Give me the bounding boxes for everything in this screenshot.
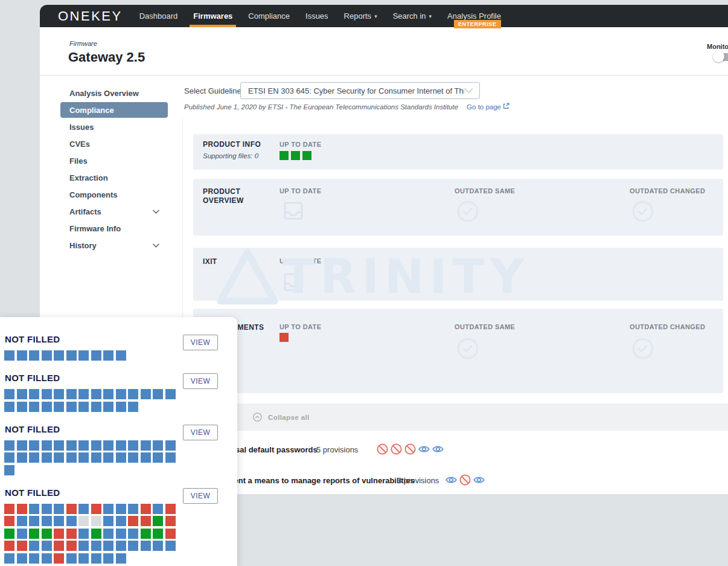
provision-square: [66, 504, 77, 514]
provision-status-icons: [445, 474, 485, 486]
provision-square: [91, 389, 101, 399]
provision-square: [91, 350, 101, 361]
column-label: OUTDATED CHANGED: [630, 187, 705, 195]
provision-square: [141, 452, 151, 463]
provision-row[interactable]: No universal default passwords 5 provisi…: [183, 431, 728, 466]
nav-item-reports[interactable]: Reports▾: [344, 5, 377, 27]
provision-square: [116, 440, 126, 451]
provision-square: [42, 553, 52, 564]
provision-square: [17, 389, 27, 399]
sidebar-item-compliance[interactable]: Compliance: [60, 102, 168, 118]
collapse-all-button[interactable]: Collapse all: [183, 404, 728, 431]
provision-square: [103, 440, 113, 451]
sidebar-item-cves[interactable]: CVEs: [60, 135, 168, 152]
provision-square: [128, 529, 138, 539]
go-to-page-label: Go to page: [467, 103, 501, 111]
provision-square: [78, 504, 89, 514]
not-filled-popup: NOT FILLEDVIEWNOT FILLEDVIEWNOT FILLEDVI…: [0, 317, 237, 566]
column-label: UP TO DATE: [279, 141, 321, 148]
provision-square: [4, 402, 14, 412]
provision-square: [29, 440, 39, 451]
sidebar-item-artifacts[interactable]: Artifacts: [60, 203, 168, 220]
provision-square: [78, 529, 89, 539]
provision-square: [116, 516, 126, 526]
sidebar-item-components[interactable]: Components: [60, 186, 168, 203]
provision-square: [91, 529, 101, 539]
status-square: [291, 151, 300, 160]
requirements-card: REQUIREMENTS UP TO DATE OUTDATED SAME OU…: [193, 309, 723, 393]
provision-square: [153, 529, 163, 539]
provision-square: [78, 516, 89, 526]
provision-square: [17, 452, 27, 463]
provision-square: [91, 553, 101, 564]
provision-square: [165, 529, 176, 539]
sidebar-item-issues[interactable]: Issues: [60, 118, 168, 135]
provision-square: [4, 452, 14, 463]
provision-square: [91, 440, 101, 451]
column-label: UP TO DATE: [279, 187, 321, 195]
guideline-published-line: Published June 1, 2020 by ETSI - The Eur…: [184, 103, 509, 111]
provision-square: [66, 440, 77, 451]
provision-square: [153, 440, 163, 451]
blocked-icon: [376, 443, 389, 455]
sidebar-item-firmware-info[interactable]: Firmware Info: [60, 220, 168, 237]
sidebar-item-label: History: [69, 241, 97, 250]
provision-square: [103, 541, 113, 551]
provision-square: [153, 516, 163, 526]
card-title: PRODUCT INFO: [203, 140, 261, 149]
provision-square: [128, 504, 138, 514]
provision-square: [17, 350, 27, 361]
status-squares: [279, 333, 289, 342]
sidebar-item-label: Artifacts: [69, 207, 101, 216]
provision-squares-grid: [4, 504, 237, 564]
provision-square: [4, 504, 14, 514]
not-filled-section: NOT FILLEDVIEW: [4, 424, 237, 475]
view-button[interactable]: VIEW: [183, 488, 218, 504]
provision-row[interactable]: Implement a means to manage reports of v…: [183, 466, 728, 494]
provision-square: [103, 452, 113, 463]
nav-item-firmwares[interactable]: Firmwares: [193, 5, 232, 27]
provision-square: [42, 440, 52, 451]
provision-square: [153, 504, 163, 514]
nav-item-label: Firmwares: [193, 11, 232, 21]
sidebar-item-history[interactable]: History: [60, 237, 168, 254]
nav-item-label: Search in: [393, 11, 426, 21]
provision-square: [165, 504, 176, 514]
provision-square: [116, 541, 126, 551]
provision-square: [4, 516, 14, 526]
provision-square: [103, 516, 113, 526]
provision-square: [128, 440, 138, 451]
provision-square: [91, 452, 101, 463]
provision-square: [17, 504, 27, 514]
guideline-select[interactable]: ETSI EN 303 645: Cyber Security for Cons…: [240, 82, 480, 99]
nav-item-dashboard[interactable]: Dashboard: [139, 5, 178, 27]
sidebar-item-files[interactable]: Files: [60, 152, 168, 169]
provision-square: [128, 541, 138, 551]
collapse-icon: [252, 412, 263, 422]
provision-square: [128, 402, 138, 412]
provision-square: [116, 452, 126, 463]
sidebar-item-analysis-overview[interactable]: Analysis Overview: [60, 85, 168, 101]
provision-squares-grid: [4, 350, 237, 361]
provision-square: [17, 516, 27, 526]
status-square: [279, 333, 289, 342]
status-squares: [279, 151, 311, 160]
view-button[interactable]: VIEW: [183, 425, 218, 440]
nav-item-issues[interactable]: Issues: [305, 5, 328, 27]
provision-square: [153, 452, 163, 463]
view-button[interactable]: VIEW: [183, 335, 218, 350]
status-square: [279, 151, 289, 160]
provision-square: [54, 553, 64, 564]
nav-item-compliance[interactable]: Compliance: [248, 5, 290, 27]
nav-item-search-in[interactable]: Search in▾: [393, 5, 432, 27]
sidebar-item-label: Analysis Overview: [69, 89, 139, 98]
sidebar-item-extraction[interactable]: Extraction: [60, 169, 168, 186]
provision-square: [54, 389, 64, 399]
provision-square: [66, 452, 77, 463]
expanded-provision-area: [183, 494, 728, 566]
go-to-page-link[interactable]: Go to page: [467, 103, 509, 111]
provision-square: [91, 516, 101, 526]
view-button[interactable]: VIEW: [183, 373, 218, 389]
provision-square: [78, 553, 89, 564]
provision-square: [78, 452, 89, 463]
